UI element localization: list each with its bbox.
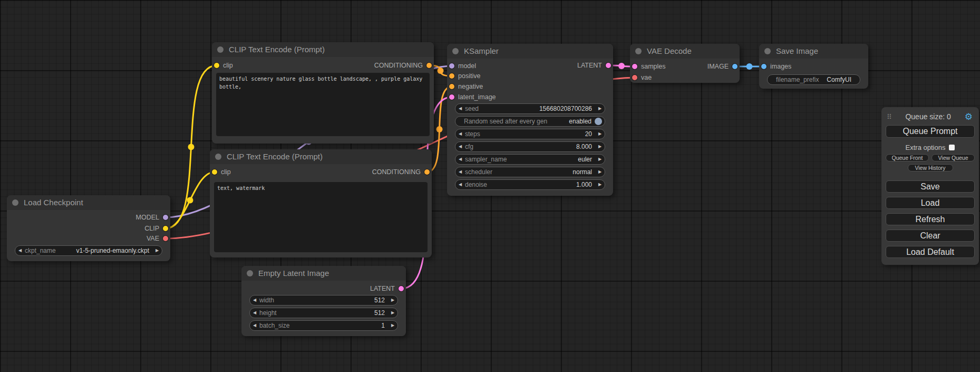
- increment-arrow-icon[interactable]: ▶: [152, 246, 162, 255]
- input-dot-negative[interactable]: [449, 84, 454, 89]
- collapse-dot-icon[interactable]: [247, 270, 253, 276]
- widget-sampler_name[interactable]: ◀sampler_nameeuler▶: [455, 154, 605, 165]
- node-title-bar[interactable]: Save Image: [759, 44, 868, 59]
- increment-arrow-icon[interactable]: ▶: [595, 129, 605, 139]
- node-title-bar[interactable]: Load Checkpoint: [7, 195, 170, 210]
- widget-height[interactable]: ◀height512▶: [249, 308, 398, 318]
- decrement-arrow-icon[interactable]: ◀: [455, 155, 465, 164]
- node-save-image[interactable]: Save Imageimagesfilename_prefixComfyUI: [759, 44, 868, 89]
- increment-arrow-icon[interactable]: ▶: [388, 308, 397, 318]
- drag-handle-icon[interactable]: ⠿: [887, 113, 892, 121]
- input-dot-samples[interactable]: [632, 64, 637, 69]
- extra-options-checkbox[interactable]: [949, 145, 955, 150]
- prompt-textarea[interactable]: beautiful scenery nature glass bottle la…: [216, 73, 430, 136]
- input-dot-clip[interactable]: [212, 169, 217, 175]
- output-dot-vae[interactable]: [163, 236, 168, 241]
- node-title-bar[interactable]: CLIP Text Encode (Prompt): [212, 42, 434, 57]
- clear-button[interactable]: Clear: [886, 230, 975, 242]
- input-dot-model[interactable]: [449, 63, 454, 69]
- widget-value: euler: [578, 156, 595, 163]
- decrement-arrow-icon[interactable]: ◀: [250, 321, 259, 330]
- widget-steps[interactable]: ◀steps20▶: [455, 129, 605, 139]
- input-slot-label: vae: [641, 74, 652, 81]
- input-dot-clip[interactable]: [214, 63, 219, 68]
- widget-filename_prefix[interactable]: filename_prefixComfyUI: [767, 74, 860, 85]
- widget-label: cfg: [465, 143, 473, 150]
- increment-arrow-icon[interactable]: ▶: [595, 167, 605, 177]
- input-dot-positive[interactable]: [449, 73, 454, 79]
- load-default-button[interactable]: Load Default: [886, 246, 975, 258]
- widget-value: normal: [573, 168, 595, 176]
- refresh-button[interactable]: Refresh: [886, 213, 975, 225]
- increment-arrow-icon[interactable]: ▶: [595, 180, 605, 189]
- save-button[interactable]: Save: [886, 180, 975, 193]
- increment-arrow-icon[interactable]: ▶: [388, 295, 397, 305]
- collapse-dot-icon[interactable]: [217, 46, 224, 53]
- node-clip-encode-negative[interactable]: CLIP Text Encode (Prompt)clipCONDITIONIN…: [210, 149, 432, 257]
- input-dot-vae[interactable]: [632, 75, 637, 80]
- output-dot-clip[interactable]: [163, 226, 168, 231]
- collapse-dot-icon[interactable]: [12, 199, 18, 206]
- node-title-bar[interactable]: KSampler: [447, 44, 613, 59]
- node-load-checkpoint[interactable]: Load CheckpointMODELCLIPVAE◀ckpt_namev1-…: [7, 195, 170, 261]
- prompt-textarea[interactable]: text, watermark: [214, 182, 428, 252]
- node-ksampler[interactable]: KSamplermodelpositivenegativelatent_imag…: [447, 44, 613, 196]
- queue-front-button[interactable]: Queue Front: [886, 154, 929, 161]
- output-dot-image[interactable]: [732, 64, 738, 69]
- node-empty-latent-image[interactable]: Empty Latent ImageLATENT◀width512▶◀heigh…: [241, 266, 406, 336]
- decrement-arrow-icon[interactable]: ◀: [250, 308, 259, 318]
- decrement-arrow-icon[interactable]: ◀: [455, 142, 465, 151]
- widget-cfg[interactable]: ◀cfg8.000▶: [455, 141, 605, 152]
- widget-value: 1: [381, 322, 388, 329]
- input-dot-images[interactable]: [761, 64, 766, 69]
- output-dot-conditioning[interactable]: [424, 169, 430, 175]
- node-title-bar[interactable]: CLIP Text Encode (Prompt): [210, 149, 432, 164]
- output-dot-conditioning[interactable]: [426, 63, 432, 68]
- increment-arrow-icon[interactable]: ▶: [595, 104, 605, 113]
- decrement-arrow-icon[interactable]: ◀: [15, 246, 25, 255]
- collapse-dot-icon[interactable]: [452, 48, 459, 54]
- collapse-dot-icon[interactable]: [215, 154, 221, 160]
- node-graph-canvas[interactable]: Load CheckpointMODELCLIPVAE◀ckpt_namev1-…: [0, 0, 980, 372]
- link-midpoint-dot: [436, 126, 443, 132]
- input-slot-label: samples: [641, 63, 666, 70]
- output-dot-model[interactable]: [163, 215, 168, 220]
- widget-label: denoise: [465, 181, 487, 188]
- decrement-arrow-icon[interactable]: ◀: [455, 104, 465, 113]
- widget-width[interactable]: ◀width512▶: [249, 295, 398, 306]
- node-title-bar[interactable]: VAE Decode: [630, 44, 740, 59]
- decrement-arrow-icon[interactable]: ◀: [250, 295, 259, 305]
- node-title-bar[interactable]: Empty Latent Image: [241, 266, 406, 281]
- increment-arrow-icon[interactable]: ▶: [388, 321, 397, 330]
- decrement-arrow-icon[interactable]: ◀: [455, 180, 465, 189]
- output-dot-latent[interactable]: [399, 286, 404, 291]
- collapse-dot-icon[interactable]: [764, 48, 771, 54]
- widget-label: height: [259, 309, 277, 317]
- decrement-arrow-icon[interactable]: ◀: [455, 167, 465, 177]
- load-button[interactable]: Load: [886, 197, 975, 209]
- decrement-arrow-icon[interactable]: ◀: [455, 129, 465, 139]
- input-slot-label: latent_image: [458, 93, 496, 101]
- widget-ckpt_name[interactable]: ◀ckpt_namev1-5-pruned-emaonly.ckpt▶: [15, 245, 162, 256]
- widget-denoise[interactable]: ◀denoise1.000▶: [455, 179, 605, 190]
- gear-icon[interactable]: ⚙: [965, 112, 973, 121]
- widget-value: 20: [585, 130, 595, 138]
- node-clip-encode-positive[interactable]: CLIP Text Encode (Prompt)clipCONDITIONIN…: [212, 42, 434, 144]
- widget-scheduler[interactable]: ◀schedulernormal▶: [455, 167, 605, 177]
- widget-seed[interactable]: ◀seed156680208700286▶: [455, 103, 605, 114]
- toggle-dot-icon[interactable]: [595, 118, 602, 125]
- node-vae-decode[interactable]: VAE DecodesamplesvaeIMAGE: [630, 44, 740, 83]
- view-history-button[interactable]: View History: [908, 164, 953, 171]
- output-dot-latent[interactable]: [606, 63, 611, 68]
- widget-random-seed-after-every-gen[interactable]: Random seed after every genenabled: [455, 116, 605, 127]
- collapse-dot-icon[interactable]: [635, 48, 642, 54]
- widget-batch_size[interactable]: ◀batch_size1▶: [249, 320, 398, 331]
- queue-prompt-button[interactable]: Queue Prompt: [886, 125, 975, 138]
- increment-arrow-icon[interactable]: ▶: [595, 142, 605, 151]
- view-queue-button[interactable]: View Queue: [932, 154, 975, 161]
- link-midpoint-dot: [187, 197, 193, 204]
- increment-arrow-icon[interactable]: ▶: [595, 155, 605, 164]
- output-slot-vae: VAE: [147, 233, 168, 244]
- queue-panel-header: ⠿ Queue size: 0 ⚙: [881, 107, 979, 121]
- input-dot-latent_image[interactable]: [449, 94, 454, 100]
